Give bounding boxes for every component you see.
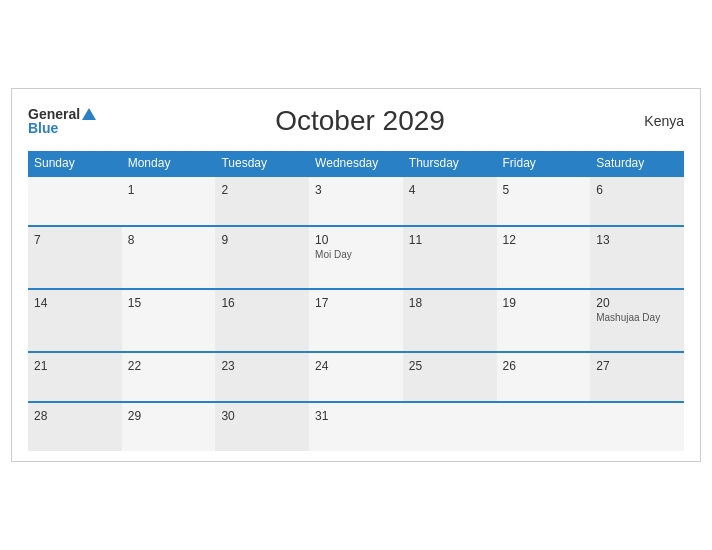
day-number: 21 <box>34 359 116 373</box>
weekday-header-thursday: Thursday <box>403 151 497 176</box>
logo-general-text: General <box>28 107 80 121</box>
calendar-cell: 11 <box>403 226 497 289</box>
day-number: 24 <box>315 359 397 373</box>
calendar-cell: 10Moi Day <box>309 226 403 289</box>
calendar-cell: 27 <box>590 352 684 402</box>
calendar-cell: 6 <box>590 176 684 226</box>
day-number: 17 <box>315 296 397 310</box>
calendar-cell: 1 <box>122 176 216 226</box>
calendar-cell <box>497 402 591 451</box>
calendar-week-row: 78910Moi Day111213 <box>28 226 684 289</box>
calendar-cell: 22 <box>122 352 216 402</box>
calendar-cell: 7 <box>28 226 122 289</box>
day-number: 14 <box>34 296 116 310</box>
calendar-week-row: 21222324252627 <box>28 352 684 402</box>
calendar-title: October 2029 <box>96 105 624 137</box>
calendar-header: General Blue October 2029 Kenya <box>28 105 684 137</box>
calendar-cell: 25 <box>403 352 497 402</box>
day-number: 12 <box>503 233 585 247</box>
calendar-cell <box>403 402 497 451</box>
day-number: 23 <box>221 359 303 373</box>
weekday-header-wednesday: Wednesday <box>309 151 403 176</box>
calendar-weekdays-header: SundayMondayTuesdayWednesdayThursdayFrid… <box>28 151 684 176</box>
day-number: 29 <box>128 409 210 423</box>
day-number: 7 <box>34 233 116 247</box>
calendar-cell: 18 <box>403 289 497 352</box>
calendar-container: General Blue October 2029 Kenya SundayMo… <box>11 88 701 462</box>
calendar-cell <box>28 176 122 226</box>
day-number: 13 <box>596 233 678 247</box>
calendar-cell: 21 <box>28 352 122 402</box>
day-number: 27 <box>596 359 678 373</box>
day-number: 28 <box>34 409 116 423</box>
event-label: Moi Day <box>315 249 397 260</box>
weekday-header-saturday: Saturday <box>590 151 684 176</box>
calendar-cell: 4 <box>403 176 497 226</box>
day-number: 16 <box>221 296 303 310</box>
day-number: 10 <box>315 233 397 247</box>
calendar-cell: 2 <box>215 176 309 226</box>
calendar-cell: 14 <box>28 289 122 352</box>
calendar-cell: 8 <box>122 226 216 289</box>
day-number: 8 <box>128 233 210 247</box>
weekday-header-tuesday: Tuesday <box>215 151 309 176</box>
day-number: 19 <box>503 296 585 310</box>
calendar-week-row: 123456 <box>28 176 684 226</box>
day-number: 26 <box>503 359 585 373</box>
calendar-cell: 24 <box>309 352 403 402</box>
logo-area: General Blue <box>28 107 96 135</box>
calendar-week-row: 14151617181920Mashujaa Day <box>28 289 684 352</box>
logo-blue-text: Blue <box>28 121 58 135</box>
day-number: 4 <box>409 183 491 197</box>
day-number: 2 <box>221 183 303 197</box>
day-number: 18 <box>409 296 491 310</box>
calendar-week-row: 28293031 <box>28 402 684 451</box>
day-number: 25 <box>409 359 491 373</box>
calendar-cell: 15 <box>122 289 216 352</box>
calendar-cell: 13 <box>590 226 684 289</box>
calendar-cell: 12 <box>497 226 591 289</box>
logo-triangle-icon <box>82 108 96 120</box>
calendar-cell: 28 <box>28 402 122 451</box>
event-label: Mashujaa Day <box>596 312 678 323</box>
day-number: 9 <box>221 233 303 247</box>
day-number: 1 <box>128 183 210 197</box>
weekday-header-sunday: Sunday <box>28 151 122 176</box>
calendar-cell: 17 <box>309 289 403 352</box>
day-number: 3 <box>315 183 397 197</box>
calendar-cell: 19 <box>497 289 591 352</box>
day-number: 15 <box>128 296 210 310</box>
calendar-cell: 9 <box>215 226 309 289</box>
day-number: 5 <box>503 183 585 197</box>
calendar-cell: 29 <box>122 402 216 451</box>
calendar-cell: 30 <box>215 402 309 451</box>
day-number: 22 <box>128 359 210 373</box>
calendar-cell: 31 <box>309 402 403 451</box>
day-number: 6 <box>596 183 678 197</box>
calendar-cell: 5 <box>497 176 591 226</box>
day-number: 11 <box>409 233 491 247</box>
calendar-cell: 26 <box>497 352 591 402</box>
calendar-cell: 3 <box>309 176 403 226</box>
day-number: 20 <box>596 296 678 310</box>
day-number: 30 <box>221 409 303 423</box>
calendar-body: 12345678910Moi Day11121314151617181920Ma… <box>28 176 684 451</box>
weekday-header-friday: Friday <box>497 151 591 176</box>
calendar-cell: 16 <box>215 289 309 352</box>
day-number: 31 <box>315 409 397 423</box>
calendar-cell: 20Mashujaa Day <box>590 289 684 352</box>
weekday-header-monday: Monday <box>122 151 216 176</box>
country-label: Kenya <box>624 113 684 129</box>
calendar-cell <box>590 402 684 451</box>
calendar-grid: SundayMondayTuesdayWednesdayThursdayFrid… <box>28 151 684 451</box>
calendar-cell: 23 <box>215 352 309 402</box>
